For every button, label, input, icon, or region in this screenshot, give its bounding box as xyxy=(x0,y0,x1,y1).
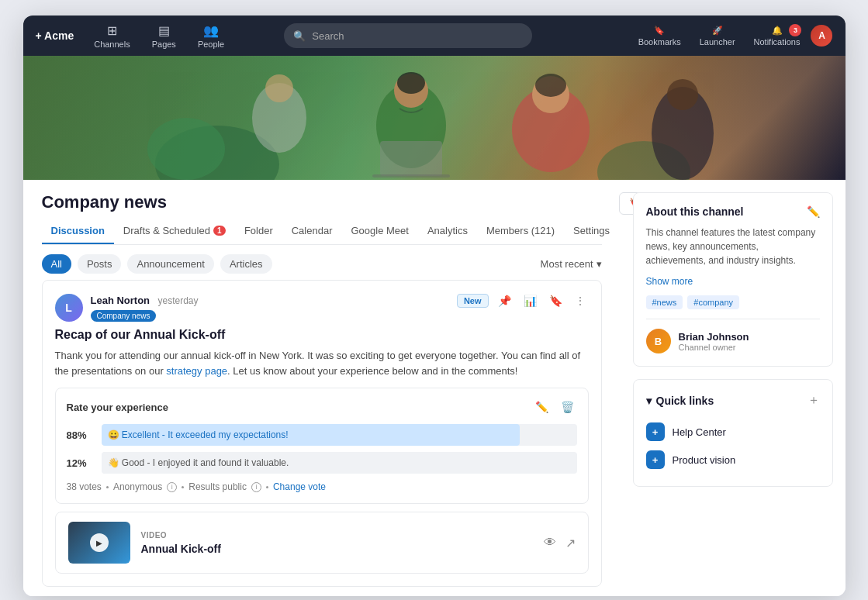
pin-icon[interactable]: 📌 xyxy=(495,293,514,309)
more-options-icon[interactable]: ⋮ xyxy=(572,293,589,309)
svg-point-1 xyxy=(147,118,225,180)
search-placeholder: Search xyxy=(312,30,344,42)
svg-rect-14 xyxy=(372,174,450,178)
video-title: Annual Kick-off xyxy=(141,543,533,555)
post-channel-tag[interactable]: Company news xyxy=(91,310,157,322)
tab-members[interactable]: Members (121) xyxy=(477,219,564,244)
content-right: About this channel ✏️ This channel featu… xyxy=(621,180,846,596)
sort-chevron-icon: ▾ xyxy=(597,258,602,270)
about-edit-icon[interactable]: ✏️ xyxy=(807,205,820,218)
poll-title: Rate your experience xyxy=(67,402,169,413)
video-external-icon[interactable]: ↗ xyxy=(565,536,576,550)
poll-dot-1 xyxy=(106,486,109,488)
svg-point-10 xyxy=(535,74,566,97)
filter-all[interactable]: All xyxy=(42,254,71,274)
filter-announcement[interactable]: Announcement xyxy=(127,254,213,274)
filter-articles[interactable]: Articles xyxy=(220,254,272,274)
tab-analytics[interactable]: Analytics xyxy=(418,219,477,244)
poll-percent-2: 12% xyxy=(67,457,94,469)
channel-title: Company news xyxy=(42,192,620,212)
post-body: Thank you for attending our annual kick-… xyxy=(55,348,589,378)
poll-delete-icon[interactable]: 🗑️ xyxy=(558,399,577,415)
nav-channels[interactable]: ⊞ Channels xyxy=(86,20,137,52)
video-view-icon[interactable]: 👁 xyxy=(544,536,556,550)
notifications-icon: 🔔 xyxy=(772,26,783,36)
nav-pages[interactable]: ▤ Pages xyxy=(144,20,184,52)
main-content: Company news Discussion Drafts & Schedul… xyxy=(23,180,846,596)
video-card: ▶ VIDEO Annual Kick-off 👁 ↗ xyxy=(55,512,589,574)
quick-link-help-center-label: Help Center xyxy=(673,426,726,438)
quick-link-product-vision[interactable]: + Product vision xyxy=(646,446,820,474)
pages-label: Pages xyxy=(152,40,176,49)
notification-badge: 3 xyxy=(789,24,801,36)
about-description: This channel features the latest company… xyxy=(646,226,820,267)
poll-edit-icon[interactable]: ✏️ xyxy=(532,399,552,415)
post-header: L Leah Norton yesterday Company news New… xyxy=(55,293,589,322)
show-more-button[interactable]: Show more xyxy=(646,276,693,287)
quick-link-product-vision-label: Product vision xyxy=(673,454,736,466)
logo-text: + Acme xyxy=(36,29,74,42)
notifications-label: Notifications xyxy=(754,37,801,47)
tab-settings-label: Settings xyxy=(573,225,610,236)
filter-bar: All Posts Announcement Articles Most rec… xyxy=(42,245,602,280)
hashtag-company[interactable]: #company xyxy=(687,295,739,309)
about-header: About this channel ✏️ xyxy=(646,205,820,218)
post-new-badge: New xyxy=(457,294,489,308)
divider xyxy=(646,319,820,319)
poll-bar-fill-2: 👋 Good - I enjoyed it and found it valua… xyxy=(102,452,159,474)
owner-avatar: B xyxy=(646,329,671,353)
nav-notifications[interactable]: 🔔 Notifications 3 xyxy=(746,22,808,50)
poll-option-label-1: 😀 Excellent - It exceeded my expectation… xyxy=(108,429,289,440)
svg-point-12 xyxy=(667,79,698,110)
svg-point-4 xyxy=(265,74,293,102)
poll-option-label-2: 👋 Good - I enjoyed it and found it valua… xyxy=(108,457,289,468)
video-thumbnail[interactable]: ▶ xyxy=(68,522,130,564)
change-vote-link[interactable]: Change vote xyxy=(273,481,326,492)
search-bar[interactable]: 🔍 Search xyxy=(284,23,532,48)
tab-settings[interactable]: Settings xyxy=(564,219,619,244)
video-info: VIDEO Annual Kick-off xyxy=(141,531,533,555)
tab-google-meet[interactable]: Google Meet xyxy=(342,219,418,244)
quick-links-header: ▾ Quick links ＋ xyxy=(646,392,820,409)
poll-option-1[interactable]: 88% 😀 Excellent - It exceeded my expecta… xyxy=(67,424,577,446)
sort-button[interactable]: Most recent ▾ xyxy=(541,258,602,270)
logo[interactable]: + Acme xyxy=(36,29,74,42)
poll-footer: 38 votes Anonymous i Results public i Ch… xyxy=(67,481,577,492)
content-left: Company news Discussion Drafts & Schedul… xyxy=(23,180,621,596)
filter-posts[interactable]: Posts xyxy=(78,254,122,274)
launcher-label: Launcher xyxy=(700,37,735,47)
results-info-icon: i xyxy=(251,482,261,492)
tab-analytics-label: Analytics xyxy=(427,225,468,236)
tab-calendar[interactable]: Calendar xyxy=(282,219,342,244)
poll-anonymous-label: Anonymous xyxy=(113,481,162,492)
video-label: VIDEO xyxy=(141,531,533,540)
strategy-page-link[interactable]: strategy page xyxy=(166,365,227,377)
filter-buttons: All Posts Announcement Articles xyxy=(42,254,272,274)
nav-bookmarks[interactable]: 🔖 Bookmarks xyxy=(631,22,689,50)
tab-discussion[interactable]: Discussion xyxy=(42,219,114,244)
svg-rect-13 xyxy=(380,141,442,176)
hashtag-news[interactable]: #news xyxy=(646,295,683,309)
chart-icon[interactable]: 📊 xyxy=(520,293,540,309)
nav-people[interactable]: 👥 People xyxy=(190,20,232,52)
tab-drafts[interactable]: Drafts & Scheduled 1 xyxy=(114,219,235,244)
poll-bar-fill-1: 😀 Excellent - It exceeded my expectation… xyxy=(102,424,520,446)
poll-option-2[interactable]: 12% 👋 Good - I enjoyed it and found it v… xyxy=(67,452,577,474)
quick-links-title: ▾ Quick links xyxy=(646,395,714,407)
add-quick-link-icon[interactable]: ＋ xyxy=(807,392,820,409)
poll-actions: ✏️ 🗑️ xyxy=(532,399,577,415)
quick-link-help-center[interactable]: + Help Center xyxy=(646,418,820,446)
tab-folder[interactable]: Folder xyxy=(235,219,282,244)
launcher-icon: 🚀 xyxy=(712,26,723,36)
bookmark-post-icon[interactable]: 🔖 xyxy=(546,293,565,309)
video-play-button[interactable]: ▶ xyxy=(90,533,109,552)
owner-role: Channel owner xyxy=(679,343,749,352)
nav-launcher[interactable]: 🚀 Launcher xyxy=(692,22,743,50)
poll-percent-1: 88% xyxy=(67,429,94,441)
pages-icon: ▤ xyxy=(158,23,170,38)
top-navigation: + Acme ⊞ Channels ▤ Pages 👥 People 🔍 Sea… xyxy=(23,16,846,56)
user-avatar[interactable]: A xyxy=(811,25,832,47)
poll-dot-2 xyxy=(182,486,184,488)
channel-header: Company news Discussion Drafts & Schedul… xyxy=(42,180,602,245)
tab-folder-label: Folder xyxy=(244,225,273,236)
